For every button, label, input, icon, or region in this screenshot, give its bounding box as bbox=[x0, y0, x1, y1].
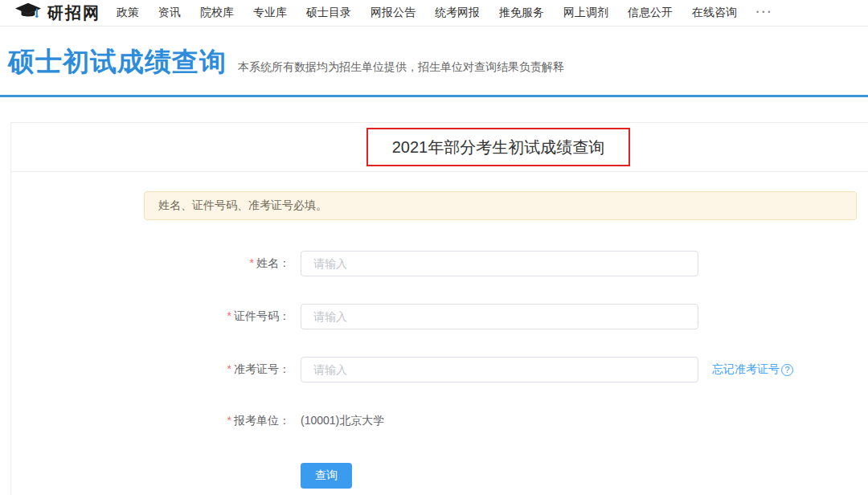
card-title: 2021年部分考生初试成绩查询 bbox=[366, 128, 631, 166]
top-nav: 研招网 政策 资讯 院校库 专业库 硕士目录 网报公告 统考网报 推免服务 网上… bbox=[0, 0, 868, 27]
required-asterisk: * bbox=[227, 309, 231, 322]
forgot-ticket-link-text: 忘记准考证号 bbox=[712, 362, 780, 377]
nav-item-major-library[interactable]: 专业库 bbox=[253, 6, 287, 20]
forgot-ticket-link[interactable]: 忘记准考证号? bbox=[712, 362, 793, 377]
nav-item-info-disclosure[interactable]: 信息公开 bbox=[628, 6, 673, 20]
admission-ticket-input[interactable] bbox=[301, 357, 698, 382]
name-input[interactable] bbox=[301, 251, 698, 276]
required-fields-alert: 姓名、证件号码、准考证号必填。 bbox=[144, 191, 857, 220]
query-card: 2021年部分考生初试成绩查询 姓名、证件号码、准考证号必填。 *姓名： *证件… bbox=[10, 122, 868, 495]
page-root: 研招网 政策 资讯 院校库 专业库 硕士目录 网报公告 统考网报 推免服务 网上… bbox=[0, 0, 868, 495]
question-mark-icon: ? bbox=[781, 364, 793, 376]
nav-item-announcement[interactable]: 网报公告 bbox=[371, 6, 416, 20]
form-row-id-number: *证件号码： bbox=[11, 304, 868, 329]
alert-text: 姓名、证件号码、准考证号必填。 bbox=[158, 198, 327, 213]
nav-item-exempt-service[interactable]: 推免服务 bbox=[499, 6, 544, 20]
form-row-admission-ticket: *准考证号： 忘记准考证号? bbox=[11, 357, 868, 382]
query-form: *姓名： *证件号码： *准考证号： 忘记准考证号? *报考单位： (10001… bbox=[11, 251, 868, 489]
form-row-name: *姓名： bbox=[11, 251, 868, 276]
form-row-target-unit: *报考单位： (10001)北京大学 bbox=[11, 408, 868, 434]
page-header: 硕士初试成绩查询 本系统所有数据均为招生单位提供，招生单位对查询结果负责解释 bbox=[0, 27, 868, 78]
required-asterisk: * bbox=[227, 362, 231, 375]
site-logo[interactable]: 研招网 bbox=[14, 2, 100, 24]
nav-item-news[interactable]: 资讯 bbox=[158, 6, 181, 20]
target-unit-value: (10001)北京大学 bbox=[301, 414, 384, 428]
nav-item-unified-exam[interactable]: 统考网报 bbox=[435, 6, 480, 20]
nav-item-college-library[interactable]: 院校库 bbox=[200, 6, 234, 20]
main-menu: 政策 资讯 院校库 专业库 硕士目录 网报公告 统考网报 推免服务 网上调剂 信… bbox=[117, 6, 773, 20]
required-asterisk: * bbox=[250, 256, 254, 269]
name-label-text: 姓名： bbox=[256, 256, 290, 269]
required-asterisk: * bbox=[227, 414, 231, 427]
page-title: 硕士初试成绩查询 bbox=[8, 44, 227, 80]
id-number-label-text: 证件号码： bbox=[234, 309, 290, 322]
id-number-label: *证件号码： bbox=[11, 309, 290, 324]
card-header: 2021年部分考生初试成绩查询 bbox=[11, 123, 868, 172]
target-unit-label-text: 报考单位： bbox=[234, 414, 290, 427]
nav-item-policy[interactable]: 政策 bbox=[117, 6, 139, 20]
page-subtitle: 本系统所有数据均为招生单位提供，招生单位对查询结果负责解释 bbox=[238, 60, 564, 75]
site-logo-text: 研招网 bbox=[47, 2, 100, 24]
nav-item-online-consult[interactable]: 在线咨询 bbox=[692, 6, 737, 20]
name-label: *姓名： bbox=[11, 256, 290, 271]
query-button[interactable]: 查询 bbox=[301, 463, 352, 489]
card-body: 姓名、证件号码、准考证号必填。 *姓名： *证件号码： *准考证号： 忘记准考证… bbox=[11, 172, 868, 489]
nav-item-online-adjustment[interactable]: 网上调剂 bbox=[563, 6, 608, 20]
id-number-input[interactable] bbox=[301, 304, 698, 329]
form-row-submit: 查询 bbox=[11, 463, 868, 489]
graduation-cap-icon bbox=[14, 2, 42, 23]
admission-ticket-label: *准考证号： bbox=[11, 362, 290, 377]
admission-ticket-label-text: 准考证号： bbox=[234, 362, 290, 375]
accent-divider bbox=[0, 95, 868, 97]
more-menu-icon[interactable]: ••• bbox=[756, 8, 773, 18]
nav-item-master-catalog[interactable]: 硕士目录 bbox=[306, 6, 351, 20]
target-unit-label: *报考单位： bbox=[11, 414, 290, 428]
